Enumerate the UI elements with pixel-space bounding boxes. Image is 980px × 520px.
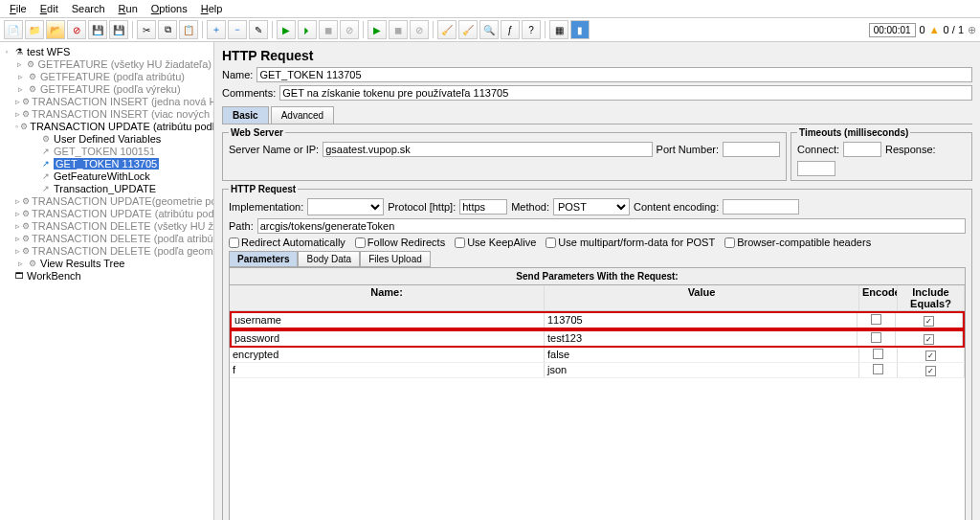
tree-item[interactable]: User Defined Variables [54, 133, 161, 145]
tree-workbench[interactable]: WorkBench [27, 270, 81, 282]
sampler-icon: ↗ [40, 146, 52, 157]
connect-input[interactable] [843, 142, 881, 157]
new-icon[interactable]: 📄 [4, 20, 23, 39]
shutdown-icon[interactable]: ⊘ [340, 20, 359, 39]
tab-advanced[interactable]: Advanced [271, 106, 334, 124]
test-plan-tree[interactable]: ◦⚗test WFS ▹⚙GETFEATURE (všetky HU žiada… [0, 42, 214, 520]
tool1-icon[interactable]: ▦ [549, 20, 568, 39]
server-label: Server Name or IP: [229, 144, 319, 155]
port-input[interactable] [723, 142, 780, 157]
path-input[interactable] [257, 218, 966, 234]
menu-edit[interactable]: Edit [34, 2, 64, 15]
table-row[interactable]: passwordtest123✓ [230, 329, 965, 348]
thread-icon: ⚙ [27, 71, 38, 82]
toggle-icon[interactable]: ✎ [249, 20, 268, 39]
remote-shutdown-icon[interactable]: ⊘ [410, 20, 429, 39]
tree-item[interactable]: GetFeatureWithLock [54, 170, 150, 182]
tab-basic[interactable]: Basic [222, 106, 269, 124]
col-include: Include Equals? [898, 285, 965, 310]
proto-input[interactable] [459, 199, 507, 215]
thread-icon: ⚙ [22, 108, 30, 120]
tree-item[interactable]: TRANSACTION INSERT (jedna nová HU) [32, 96, 214, 107]
thread-icon: ⚙ [22, 245, 30, 257]
method-select[interactable]: POST [553, 198, 630, 215]
elapsed-time: 00:00:01 [869, 23, 916, 37]
clear-icon[interactable]: 🧹 [437, 20, 457, 39]
saveas-icon[interactable]: 💾 [109, 20, 128, 39]
paste-icon[interactable]: 📋 [179, 20, 198, 39]
tree-item[interactable]: View Results Tree [40, 258, 124, 269]
col-name: Name: [230, 285, 545, 310]
thread-count: 0 / 1 [944, 24, 964, 35]
tree-item[interactable]: GETFEATURE (podľa výreku) [40, 83, 181, 95]
open-icon[interactable]: 📂 [46, 20, 65, 39]
cenc-input[interactable] [723, 199, 799, 215]
tree-root[interactable]: test WFS [27, 46, 70, 57]
thread-icon: ⚙ [22, 208, 30, 219]
stop-icon[interactable]: ◼ [319, 20, 338, 39]
templates-icon[interactable]: 📁 [25, 20, 44, 39]
tree-item[interactable]: GET_TOKEN 113705 [54, 158, 159, 170]
table-row[interactable]: username113705✓ [230, 311, 965, 329]
cb-compat[interactable]: Browser-compatible headers [724, 237, 871, 248]
thread-icon: ⚙ [22, 96, 30, 107]
function-icon[interactable]: ƒ [501, 20, 520, 39]
menu-run[interactable]: Run [113, 2, 144, 15]
start-icon[interactable]: ▶ [277, 20, 296, 39]
method-label: Method: [511, 201, 549, 213]
tree-item[interactable]: TRANSACTION DELETE (podľa atribútu) [32, 233, 214, 244]
response-input[interactable] [797, 161, 835, 176]
save-icon[interactable]: 💾 [88, 20, 107, 39]
tree-item[interactable]: TRANSACTION DELETE (podľa geometrie) [32, 245, 214, 257]
panel-title: HTTP Request [222, 48, 972, 63]
subtab-parameters[interactable]: Parameters [229, 251, 298, 267]
thread-icon: ⚙ [26, 58, 36, 70]
col-value: Value [545, 285, 859, 310]
sampler-icon: ⚙ [40, 133, 52, 145]
expand-icon[interactable]: ＋ [207, 20, 226, 39]
cb-multi[interactable]: Use multipart/form-data for POST [546, 237, 715, 248]
menu-options[interactable]: Options [145, 2, 193, 15]
tree-item[interactable]: TRANSACTION UPDATE (atribútu podľa atrib… [30, 121, 214, 132]
server-input[interactable] [323, 142, 652, 157]
thread-icon: ⚙ [27, 258, 38, 269]
menu-search[interactable]: Search [66, 2, 111, 15]
search-icon[interactable]: 🔍 [479, 20, 499, 39]
tree-item[interactable]: GET_TOKEN 100151 [54, 146, 155, 157]
start-notimers-icon[interactable]: ⏵ [298, 20, 317, 39]
name-input[interactable] [256, 67, 972, 82]
remote-start-icon[interactable]: ▶ [368, 20, 387, 39]
grid-title: Send Parameters With the Request: [229, 267, 966, 284]
workbench-icon: 🗔 [13, 270, 25, 282]
tool2-icon[interactable]: ▮ [570, 20, 590, 39]
table-row[interactable]: encryptedfalse✓ [230, 348, 965, 363]
menu-file[interactable]: File [4, 2, 33, 15]
tree-item[interactable]: GETFEATURE (podľa atribútu) [40, 71, 185, 82]
close-icon[interactable]: ⊘ [67, 20, 86, 39]
collapse-icon[interactable]: － [228, 20, 247, 39]
subtab-files[interactable]: Files Upload [360, 251, 431, 267]
table-row[interactable]: fjson✓ [230, 363, 965, 378]
comments-input[interactable] [279, 85, 972, 101]
cb-follow[interactable]: Follow Redirects [355, 237, 445, 248]
tree-item[interactable]: TRANSACTION UPDATE(geometrie podľa atrib… [32, 195, 214, 207]
remote-stop-icon[interactable]: ◼ [389, 20, 408, 39]
tree-item[interactable]: TRANSACTION DELETE (všetky HU žiadateľa) [32, 220, 214, 232]
httpreq-legend: HTTP Request [229, 184, 298, 194]
tree-item[interactable]: Transaction_UPDATE [54, 183, 156, 194]
tree-item[interactable]: TRANSACTION UPDATE (atribútu podľa geome… [32, 208, 214, 219]
impl-select[interactable] [307, 198, 384, 215]
tree-item[interactable]: GETFEATURE (všetky HU žiadateľa) [38, 58, 212, 70]
thread-icon: ⚙ [27, 83, 38, 95]
copy-icon[interactable]: ⧉ [158, 20, 177, 39]
params-grid[interactable]: Name: Value Encode? Include Equals? user… [229, 284, 966, 520]
thread-icon: ⚙ [22, 195, 30, 207]
cb-redirect[interactable]: Redirect Automatically [229, 237, 345, 248]
subtab-body[interactable]: Body Data [298, 251, 360, 267]
tree-item[interactable]: TRANSACTION INSERT (viac nových HU) [32, 108, 214, 120]
help-icon[interactable]: ? [522, 20, 541, 39]
cut-icon[interactable]: ✂ [137, 20, 156, 39]
cb-keep[interactable]: Use KeepAlive [455, 237, 536, 248]
clearall-icon[interactable]: 🧹 [458, 20, 478, 39]
menu-help[interactable]: Help [195, 2, 229, 15]
